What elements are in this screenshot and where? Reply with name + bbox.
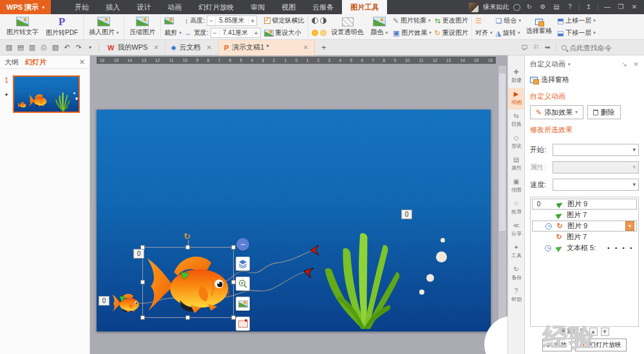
motion-path-end-marker[interactable] bbox=[309, 244, 321, 256]
add-effect-button[interactable]: ✎ 添加效果 ▾ bbox=[530, 105, 583, 119]
tab-insert[interactable]: 插入 bbox=[97, 0, 128, 14]
close-icon[interactable]: ✕ bbox=[207, 44, 212, 51]
scrollbar-thumb[interactable] bbox=[499, 74, 506, 231]
sidebar-item-shapes[interactable]: ◇ 形状 bbox=[508, 132, 524, 153]
width-value[interactable]: 7.41厘米 bbox=[220, 28, 252, 37]
lock-aspect-checkbox[interactable]: 锁定纵横比 bbox=[264, 16, 305, 26]
brightness-down-icon[interactable] bbox=[320, 30, 327, 36]
new-tab-button[interactable]: + bbox=[315, 43, 333, 52]
delete-effect-button[interactable]: 删除 bbox=[587, 105, 621, 119]
tab-slides[interactable]: 幻灯片 bbox=[25, 57, 46, 67]
tab-slideshow[interactable]: 幻灯片放映 bbox=[190, 0, 242, 14]
tab-design[interactable]: 设计 bbox=[128, 0, 159, 14]
avatar[interactable] bbox=[469, 3, 478, 12]
rotation-handle[interactable]: ↻ bbox=[184, 231, 191, 241]
close-icon[interactable]: ✕ bbox=[303, 44, 308, 51]
contrast-up-icon[interactable] bbox=[312, 17, 318, 24]
resize-handle[interactable] bbox=[185, 315, 190, 320]
brightness-up-icon[interactable] bbox=[312, 30, 318, 36]
animation-item[interactable]: 文本框 5: • • • • bbox=[532, 242, 637, 253]
resize-handle[interactable] bbox=[140, 280, 145, 284]
minimize-button[interactable]: — bbox=[603, 0, 612, 14]
tab-animation[interactable]: 动画 bbox=[159, 0, 190, 14]
bubble-image[interactable] bbox=[440, 238, 445, 242]
compress-picture-button[interactable]: 压缩图片 bbox=[128, 17, 157, 37]
speed-select[interactable] bbox=[553, 179, 639, 191]
message-icon[interactable]: 🗩 bbox=[521, 44, 528, 52]
tab-my-wps[interactable]: W 我的WPS ✕ bbox=[102, 40, 166, 55]
rotate-button[interactable]: ◮ 旋转▾ bbox=[496, 28, 521, 38]
animation-star-icon[interactable]: ✦ bbox=[4, 92, 9, 98]
sidebar-item-help[interactable]: ? 帮助 bbox=[508, 285, 524, 307]
width-decrease[interactable]: − bbox=[211, 30, 220, 37]
zoom-object-button[interactable] bbox=[236, 277, 250, 291]
sidebar-item-recommend[interactable]: ☆ 推荐 bbox=[508, 197, 524, 219]
goldfish-small-image[interactable] bbox=[111, 288, 140, 317]
sidebar-item-upload[interactable]: ▣ 传图 bbox=[508, 175, 524, 197]
sidebar-item-backup[interactable]: ↻ 备份 bbox=[508, 263, 524, 285]
sidebar-item-new[interactable]: ✚ 新建 bbox=[508, 66, 524, 88]
animation-item[interactable]: 图片 7 bbox=[532, 231, 637, 242]
seaweed-image[interactable] bbox=[319, 211, 404, 331]
bubble-image[interactable] bbox=[426, 274, 434, 282]
replace-picture-button[interactable] bbox=[236, 317, 250, 331]
quick-access-dropdown-icon[interactable]: ▾ bbox=[84, 44, 96, 50]
collapse-toolbar-button[interactable]: − bbox=[236, 238, 249, 251]
motion-path-end-marker[interactable] bbox=[303, 266, 314, 278]
print-icon[interactable]: ⎙ bbox=[38, 43, 50, 52]
height-stepper[interactable]: − 5.85厘米 + bbox=[207, 15, 257, 26]
sidebar-item-tools[interactable]: ✦ 工具 bbox=[508, 241, 524, 263]
resize-handle[interactable] bbox=[140, 315, 145, 320]
tab-outline[interactable]: 大纲 bbox=[5, 57, 19, 67]
color-button[interactable]: 颜色 ▾ bbox=[369, 17, 390, 37]
height-decrease[interactable]: − bbox=[207, 17, 216, 25]
redo-icon[interactable]: ↷ bbox=[73, 43, 84, 52]
start-select[interactable] bbox=[553, 144, 639, 156]
resize-handle[interactable] bbox=[185, 245, 190, 250]
chevron-down-icon[interactable]: ▾ bbox=[568, 62, 571, 67]
layer-order-button[interactable] bbox=[236, 257, 250, 271]
height-increase[interactable]: + bbox=[248, 17, 256, 25]
share-arrow-icon[interactable]: ➥ bbox=[545, 43, 551, 52]
item-dropdown-button[interactable]: ▾ bbox=[625, 221, 634, 231]
close-icon[interactable]: ✕ bbox=[634, 61, 639, 68]
selection-box[interactable]: ↻ bbox=[142, 247, 234, 318]
slide-thumbnail[interactable] bbox=[13, 75, 80, 113]
template-icon[interactable]: ⚐ bbox=[533, 43, 540, 52]
resize-handle[interactable] bbox=[231, 315, 236, 320]
username[interactable]: 缘来如此 bbox=[483, 3, 509, 12]
selection-pane-button[interactable]: 选择窗格 bbox=[524, 19, 554, 35]
fullscreen-icon[interactable]: ↥ bbox=[584, 0, 593, 14]
crop-button[interactable]: 裁剪▾ bbox=[164, 28, 182, 38]
width-increase[interactable]: + bbox=[252, 30, 260, 37]
settings-gear-icon[interactable]: ⚙ bbox=[538, 0, 547, 14]
move-down-button[interactable]: ▼ bbox=[601, 328, 609, 336]
bring-forward-button[interactable]: ⬒ 上移一层▾ bbox=[557, 16, 596, 26]
tab-picture-tools[interactable]: 图片工具 bbox=[342, 0, 387, 14]
reset-size-button[interactable]: 重设大小 bbox=[264, 28, 305, 38]
height-value[interactable]: 5.85厘米 bbox=[216, 16, 248, 25]
pic-to-text-button[interactable]: 图片转文字 bbox=[5, 17, 41, 37]
dock-icon[interactable]: ↘ bbox=[621, 61, 627, 68]
sidebar-item-animation[interactable]: ▶ 动画 bbox=[508, 88, 524, 110]
bubble-image[interactable] bbox=[436, 251, 447, 262]
picture-outline-button[interactable]: ✎ 图片轮廓▾ bbox=[393, 16, 431, 26]
close-icon[interactable]: ✕ bbox=[79, 58, 85, 66]
tab-review[interactable]: 审阅 bbox=[242, 0, 273, 14]
animation-item[interactable]: 0 图片 9 bbox=[532, 199, 637, 210]
feedback-icon[interactable]: ↻ bbox=[525, 0, 534, 14]
send-backward-button[interactable]: ⬓ 下移一层▾ bbox=[557, 28, 596, 38]
close-icon[interactable]: ✕ bbox=[153, 44, 158, 51]
tab-presentation1[interactable]: P 演示文稿1 * ✕ bbox=[218, 40, 315, 55]
vertical-scrollbar[interactable] bbox=[498, 66, 506, 351]
tab-cloud[interactable]: 云服务 bbox=[304, 0, 342, 14]
selection-pane-button[interactable]: 选择窗格 bbox=[530, 75, 639, 84]
sidebar-item-properties[interactable]: ▤ 属性 bbox=[508, 153, 524, 175]
open-folder-icon[interactable]: ▨ bbox=[3, 43, 15, 52]
restore-button[interactable]: ❐ bbox=[616, 0, 625, 14]
export-pdf-icon[interactable]: ▥ bbox=[26, 43, 38, 52]
crop-icon-button[interactable] bbox=[164, 16, 182, 26]
save-icon[interactable]: ▤ bbox=[15, 43, 26, 52]
bubble-image[interactable] bbox=[419, 290, 424, 295]
slide[interactable]: ↻ 0 0 0 − bbox=[97, 110, 491, 331]
